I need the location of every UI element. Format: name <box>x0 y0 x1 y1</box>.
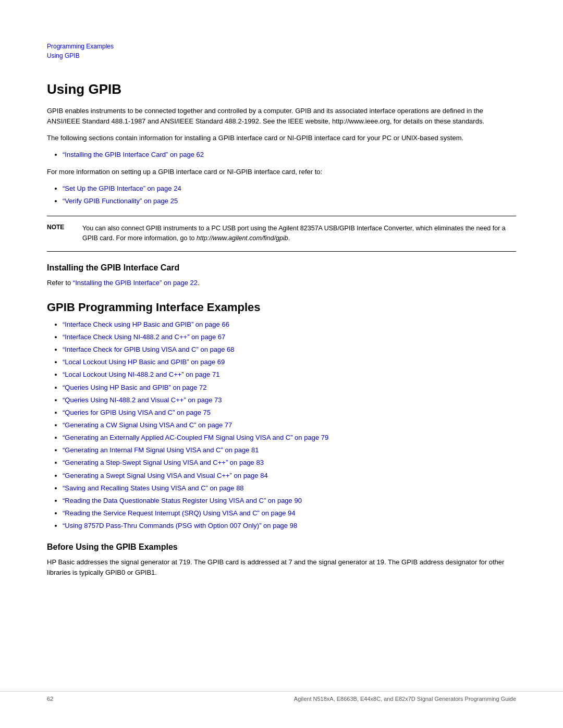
note-box: NOTE You can also connect GPIB instrumen… <box>47 216 516 252</box>
gpib-link[interactable]: “Queries for GPIB Using VISA and C” on p… <box>63 409 211 416</box>
link-install-gpib-card[interactable]: “Installing the GPIB Interface Card” on … <box>63 151 204 158</box>
footer-page-number: 62 <box>47 696 53 702</box>
page-title: Using GPIB <box>47 81 516 97</box>
section-before-title: Before Using the GPIB Examples <box>47 542 516 552</box>
intro-para-2: The following sections contain informati… <box>47 133 516 143</box>
list-item: “Queries for GPIB Using VISA and C” on p… <box>63 408 516 418</box>
list-item: “Set Up the GPIB Interface” on page 24 <box>63 183 516 194</box>
gpib-link[interactable]: “Generating a CW Signal Using VISA and C… <box>63 421 232 429</box>
list-item: “Generating a Step-Swept Signal Using VI… <box>63 458 516 468</box>
section-installing-title: Installing the GPIB Interface Card <box>47 263 516 273</box>
gpib-programming-list: “Interface Check using HP Basic and GPIB… <box>63 319 516 531</box>
list-item: “Generating an Externally Applied AC-Cou… <box>63 433 516 443</box>
gpib-link[interactable]: “Generating an Internal FM Signal Using … <box>63 446 259 454</box>
breadcrumb-link-2[interactable]: Using GPIB <box>47 51 516 60</box>
list-item: “Generating a Swept Signal Using VISA an… <box>63 471 516 481</box>
gpib-link[interactable]: “Interface Check for GPIB Using VISA and… <box>63 346 235 353</box>
list-item: “Local Lockout Using HP Basic and GPIB” … <box>63 357 516 367</box>
breadcrumb-link-1[interactable]: Programming Examples <box>47 42 516 51</box>
list-item: “Interface Check Using NI-488.2 and C++”… <box>63 332 516 342</box>
note-label: NOTE <box>47 224 72 244</box>
intro-para-1: GPIB enables instruments to be connected… <box>47 106 516 127</box>
list-item: “Saving and Recalling States Using VISA … <box>63 483 516 493</box>
gpib-link[interactable]: “Reading the Service Request Interrupt (… <box>63 509 296 517</box>
list-item: “Verify GPIB Functionality” on page 25 <box>63 196 516 206</box>
list-item: “Queries Using NI-488.2 and Visual C++” … <box>63 395 516 405</box>
gpib-link[interactable]: “Generating a Swept Signal Using VISA an… <box>63 472 268 479</box>
list-item: “Reading the Data Questionable Status Re… <box>63 496 516 506</box>
section-installing-body: Refer to “Installing the GPIB Interface”… <box>47 278 516 288</box>
bullet-list-2: “Set Up the GPIB Interface” on page 24 “… <box>63 183 516 206</box>
gpib-link[interactable]: “Local Lockout Using HP Basic and GPIB” … <box>63 358 225 366</box>
list-item: “Interface Check using HP Basic and GPIB… <box>63 319 516 330</box>
list-item: “Installing the GPIB Interface Card” on … <box>63 150 516 160</box>
gpib-link[interactable]: “Queries Using NI-488.2 and Visual C++” … <box>63 396 222 404</box>
gpib-link[interactable]: “Reading the Data Questionable Status Re… <box>63 497 302 504</box>
gpib-link[interactable]: “Generating an Externally Applied AC-Cou… <box>63 434 328 441</box>
footer-bar: 62 Agilent N518xA, E8663B, E44x8C, and E… <box>0 691 563 702</box>
more-info-text: For more information on setting up a GPI… <box>47 167 516 177</box>
list-item: “Generating an Internal FM Signal Using … <box>63 445 516 455</box>
link-installing-interface[interactable]: “Installing the GPIB Interface” on page … <box>73 279 198 287</box>
gpib-link[interactable]: “Generating a Step-Swept Signal Using VI… <box>63 459 264 466</box>
list-item: “Queries Using HP Basic and GPIB” on pag… <box>63 382 516 393</box>
gpib-link[interactable]: “Using 8757D Pass-Thru Commands (PSG wit… <box>63 522 297 529</box>
list-item: “Local Lockout Using NI-488.2 and C++” o… <box>63 369 516 380</box>
link-setup-gpib[interactable]: “Set Up the GPIB Interface” on page 24 <box>63 184 181 192</box>
page-container: Programming Examples Using GPIB Using GP… <box>0 0 563 728</box>
list-item: “Reading the Service Request Interrupt (… <box>63 508 516 519</box>
gpib-programming-title: GPIB Programming Interface Examples <box>47 301 516 314</box>
list-item: “Generating a CW Signal Using VISA and C… <box>63 420 516 430</box>
list-item: “Interface Check for GPIB Using VISA and… <box>63 344 516 355</box>
gpib-link[interactable]: “Interface Check using HP Basic and GPIB… <box>63 320 229 328</box>
bullet-list-1: “Installing the GPIB Interface Card” on … <box>63 150 516 160</box>
link-verify-gpib[interactable]: “Verify GPIB Functionality” on page 25 <box>63 197 178 205</box>
gpib-link[interactable]: “Local Lockout Using NI-488.2 and C++” o… <box>63 371 219 378</box>
section-before-body: HP Basic addresses the signal generator … <box>47 557 516 578</box>
list-item: “Using 8757D Pass-Thru Commands (PSG wit… <box>63 521 516 531</box>
gpib-link[interactable]: “Saving and Recalling States Using VISA … <box>63 484 244 492</box>
breadcrumb: Programming Examples Using GPIB <box>47 42 516 60</box>
gpib-link[interactable]: “Interface Check Using NI-488.2 and C++”… <box>63 333 225 341</box>
footer-doc-title: Agilent N518xA, E8663B, E44x8C, and E82x… <box>294 696 516 702</box>
gpib-link[interactable]: “Queries Using HP Basic and GPIB” on pag… <box>63 384 207 391</box>
note-content: You can also connect GPIB instruments to… <box>82 224 516 244</box>
